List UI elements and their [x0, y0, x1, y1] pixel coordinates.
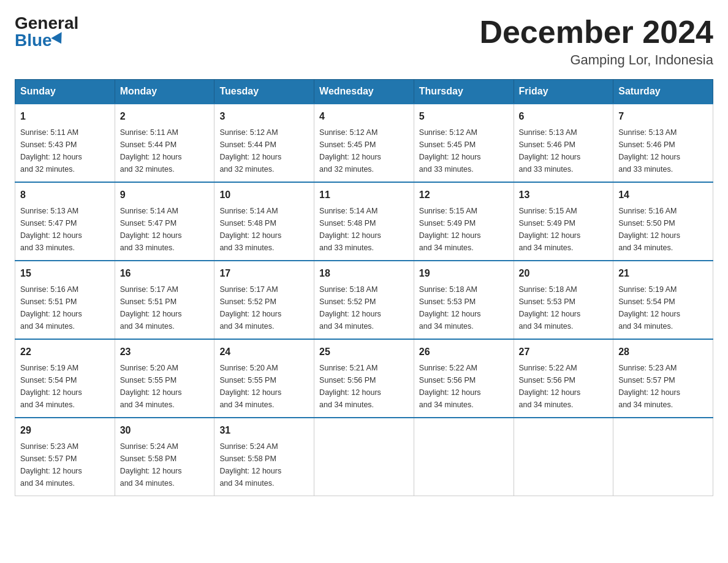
calendar-week-row: 8 Sunrise: 5:13 AMSunset: 5:47 PMDayligh…	[15, 182, 713, 261]
calendar-cell: 2 Sunrise: 5:11 AMSunset: 5:44 PMDayligh…	[115, 104, 214, 182]
day-detail: Sunrise: 5:15 AMSunset: 5:49 PMDaylight:…	[519, 207, 581, 252]
day-detail: Sunrise: 5:11 AMSunset: 5:44 PMDaylight:…	[120, 128, 182, 174]
day-detail: Sunrise: 5:14 AMSunset: 5:48 PMDaylight:…	[219, 207, 281, 252]
calendar-cell: 17 Sunrise: 5:17 AMSunset: 5:52 PMDaylig…	[214, 261, 314, 339]
day-detail: Sunrise: 5:12 AMSunset: 5:45 PMDaylight:…	[319, 128, 381, 174]
day-number: 5	[419, 109, 509, 124]
day-number: 12	[419, 188, 509, 202]
day-detail: Sunrise: 5:23 AMSunset: 5:57 PMDaylight:…	[618, 364, 680, 409]
calendar-cell: 27 Sunrise: 5:22 AMSunset: 5:56 PMDaylig…	[514, 339, 613, 418]
logo-blue-text: Blue	[15, 32, 66, 49]
day-detail: Sunrise: 5:16 AMSunset: 5:51 PMDaylight:…	[20, 285, 82, 331]
day-number: 9	[120, 188, 210, 202]
calendar-cell: 13 Sunrise: 5:15 AMSunset: 5:49 PMDaylig…	[514, 182, 613, 261]
calendar-cell: 8 Sunrise: 5:13 AMSunset: 5:47 PMDayligh…	[15, 182, 115, 261]
day-number: 7	[618, 109, 708, 124]
day-detail: Sunrise: 5:15 AMSunset: 5:49 PMDaylight:…	[419, 207, 481, 252]
day-number: 28	[618, 345, 708, 359]
day-detail: Sunrise: 5:17 AMSunset: 5:52 PMDaylight:…	[219, 285, 281, 331]
day-detail: Sunrise: 5:12 AMSunset: 5:45 PMDaylight:…	[419, 128, 481, 174]
day-number: 22	[20, 345, 110, 359]
day-number: 27	[519, 345, 609, 359]
calendar-table: Sunday Monday Tuesday Wednesday Thursday…	[15, 79, 713, 496]
day-detail: Sunrise: 5:24 AMSunset: 5:58 PMDaylight:…	[120, 442, 182, 488]
day-detail: Sunrise: 5:14 AMSunset: 5:47 PMDaylight:…	[120, 207, 182, 252]
day-detail: Sunrise: 5:20 AMSunset: 5:55 PMDaylight:…	[120, 364, 182, 409]
calendar-cell: 28 Sunrise: 5:23 AMSunset: 5:57 PMDaylig…	[613, 339, 713, 418]
day-number: 10	[219, 188, 309, 202]
day-number: 20	[519, 266, 609, 281]
day-detail: Sunrise: 5:22 AMSunset: 5:56 PMDaylight:…	[419, 364, 481, 409]
calendar-cell: 19 Sunrise: 5:18 AMSunset: 5:53 PMDaylig…	[414, 261, 514, 339]
calendar-cell: 6 Sunrise: 5:13 AMSunset: 5:46 PMDayligh…	[514, 104, 613, 182]
day-number: 17	[219, 266, 309, 281]
day-detail: Sunrise: 5:17 AMSunset: 5:51 PMDaylight:…	[120, 285, 182, 331]
calendar-cell: 18 Sunrise: 5:18 AMSunset: 5:52 PMDaylig…	[314, 261, 414, 339]
calendar-cell: 24 Sunrise: 5:20 AMSunset: 5:55 PMDaylig…	[214, 339, 314, 418]
logo: General Blue	[15, 15, 78, 49]
day-detail: Sunrise: 5:18 AMSunset: 5:53 PMDaylight:…	[519, 285, 581, 331]
day-number: 14	[618, 188, 708, 202]
day-detail: Sunrise: 5:13 AMSunset: 5:47 PMDaylight:…	[20, 207, 82, 252]
calendar-cell: 16 Sunrise: 5:17 AMSunset: 5:51 PMDaylig…	[115, 261, 214, 339]
day-number: 11	[319, 188, 409, 202]
calendar-cell: 14 Sunrise: 5:16 AMSunset: 5:50 PMDaylig…	[613, 182, 713, 261]
calendar-week-row: 29 Sunrise: 5:23 AMSunset: 5:57 PMDaylig…	[15, 418, 713, 496]
col-sunday: Sunday	[15, 80, 115, 104]
day-number: 4	[319, 109, 409, 124]
day-number: 30	[120, 423, 210, 438]
day-number: 15	[20, 266, 110, 281]
calendar-cell: 26 Sunrise: 5:22 AMSunset: 5:56 PMDaylig…	[414, 339, 514, 418]
day-detail: Sunrise: 5:18 AMSunset: 5:52 PMDaylight:…	[319, 285, 381, 331]
calendar-cell: 12 Sunrise: 5:15 AMSunset: 5:49 PMDaylig…	[414, 182, 514, 261]
day-number: 16	[120, 266, 210, 281]
day-detail: Sunrise: 5:19 AMSunset: 5:54 PMDaylight:…	[20, 364, 82, 409]
calendar-cell: 9 Sunrise: 5:14 AMSunset: 5:47 PMDayligh…	[115, 182, 214, 261]
calendar-week-row: 15 Sunrise: 5:16 AMSunset: 5:51 PMDaylig…	[15, 261, 713, 339]
calendar-cell: 21 Sunrise: 5:19 AMSunset: 5:54 PMDaylig…	[613, 261, 713, 339]
logo-triangle-icon	[51, 32, 66, 47]
calendar-week-row: 22 Sunrise: 5:19 AMSunset: 5:54 PMDaylig…	[15, 339, 713, 418]
day-detail: Sunrise: 5:16 AMSunset: 5:50 PMDaylight:…	[618, 207, 680, 252]
calendar-cell: 4 Sunrise: 5:12 AMSunset: 5:45 PMDayligh…	[314, 104, 414, 182]
calendar-cell: 30 Sunrise: 5:24 AMSunset: 5:58 PMDaylig…	[115, 418, 214, 496]
calendar-cell: 1 Sunrise: 5:11 AMSunset: 5:43 PMDayligh…	[15, 104, 115, 182]
calendar-cell: 5 Sunrise: 5:12 AMSunset: 5:45 PMDayligh…	[414, 104, 514, 182]
calendar-cell	[514, 418, 613, 496]
day-number: 6	[519, 109, 609, 124]
calendar-cell: 23 Sunrise: 5:20 AMSunset: 5:55 PMDaylig…	[115, 339, 214, 418]
day-detail: Sunrise: 5:20 AMSunset: 5:55 PMDaylight:…	[219, 364, 281, 409]
calendar-cell: 3 Sunrise: 5:12 AMSunset: 5:44 PMDayligh…	[214, 104, 314, 182]
calendar-cell: 11 Sunrise: 5:14 AMSunset: 5:48 PMDaylig…	[314, 182, 414, 261]
calendar-cell	[613, 418, 713, 496]
location-title: Gamping Lor, Indonesia	[479, 52, 713, 68]
calendar-cell: 31 Sunrise: 5:24 AMSunset: 5:58 PMDaylig…	[214, 418, 314, 496]
calendar-cell: 7 Sunrise: 5:13 AMSunset: 5:46 PMDayligh…	[613, 104, 713, 182]
col-saturday: Saturday	[613, 80, 713, 104]
day-number: 18	[319, 266, 409, 281]
day-number: 3	[219, 109, 309, 124]
day-number: 25	[319, 345, 409, 359]
col-monday: Monday	[115, 80, 214, 104]
day-number: 19	[419, 266, 509, 281]
logo-general-text: General	[15, 15, 78, 32]
day-detail: Sunrise: 5:12 AMSunset: 5:44 PMDaylight:…	[219, 128, 281, 174]
day-detail: Sunrise: 5:13 AMSunset: 5:46 PMDaylight:…	[519, 128, 581, 174]
day-detail: Sunrise: 5:14 AMSunset: 5:48 PMDaylight:…	[319, 207, 381, 252]
calendar-body: 1 Sunrise: 5:11 AMSunset: 5:43 PMDayligh…	[15, 104, 713, 496]
day-number: 29	[20, 423, 110, 438]
day-number: 13	[519, 188, 609, 202]
day-detail: Sunrise: 5:19 AMSunset: 5:54 PMDaylight:…	[618, 285, 680, 331]
day-number: 23	[120, 345, 210, 359]
day-number: 8	[20, 188, 110, 202]
day-detail: Sunrise: 5:21 AMSunset: 5:56 PMDaylight:…	[319, 364, 381, 409]
day-number: 31	[219, 423, 309, 438]
calendar-cell: 25 Sunrise: 5:21 AMSunset: 5:56 PMDaylig…	[314, 339, 414, 418]
calendar-cell: 29 Sunrise: 5:23 AMSunset: 5:57 PMDaylig…	[15, 418, 115, 496]
day-detail: Sunrise: 5:22 AMSunset: 5:56 PMDaylight:…	[519, 364, 581, 409]
weekday-header-row: Sunday Monday Tuesday Wednesday Thursday…	[15, 80, 713, 104]
calendar-header: Sunday Monday Tuesday Wednesday Thursday…	[15, 80, 713, 104]
day-number: 2	[120, 109, 210, 124]
day-detail: Sunrise: 5:11 AMSunset: 5:43 PMDaylight:…	[20, 128, 82, 174]
title-block: December 2024 Gamping Lor, Indonesia	[479, 15, 713, 68]
